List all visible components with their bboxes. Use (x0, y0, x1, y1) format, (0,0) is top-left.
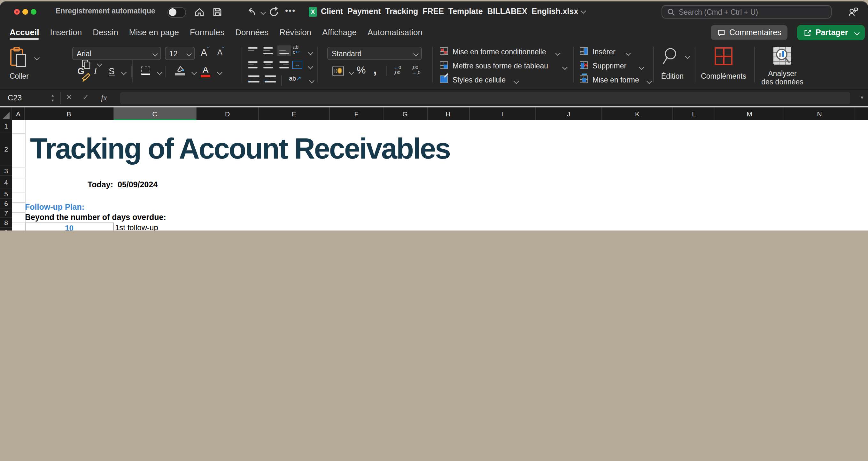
column-header-N[interactable]: N (784, 107, 855, 120)
paste-label[interactable]: Coller (4, 72, 34, 80)
fullscreen-window-button[interactable] (31, 9, 36, 15)
home-icon[interactable] (194, 6, 205, 18)
column-header-A[interactable]: A (12, 107, 25, 120)
wrap-text-icon[interactable]: abc↩ (293, 45, 300, 55)
row-header-4[interactable]: 4 (0, 176, 12, 189)
format-table-icon[interactable] (440, 61, 448, 69)
cancel-icon[interactable]: ✕ (66, 93, 72, 102)
align-right-icon[interactable] (279, 61, 289, 68)
name-box-spinner[interactable]: ▲▼ (50, 93, 56, 103)
insert-button[interactable]: Insérer (592, 48, 616, 56)
name-box[interactable]: C23 (4, 92, 53, 104)
row-header-9[interactable]: 9 (0, 227, 12, 230)
search-input[interactable]: Search (Cmd + Ctrl + U) (661, 5, 832, 19)
cell-styles-button[interactable]: Styles de cellule (453, 76, 505, 84)
tab-données[interactable]: Données (235, 22, 269, 41)
delete-button[interactable]: Supprimer (592, 62, 626, 70)
share-button[interactable]: Partager (797, 25, 865, 40)
align-top-icon[interactable] (248, 47, 257, 54)
orientation-icon[interactable]: ab↗ (289, 75, 301, 82)
format-button[interactable]: Mise en forme (592, 76, 639, 84)
autosave-toggle[interactable] (167, 7, 186, 18)
row-header-1[interactable]: 1 (0, 120, 12, 132)
complements-button[interactable]: Compléments (698, 72, 749, 80)
increase-decimal-icon[interactable]: ←0,00 (394, 65, 401, 75)
analyze-data-icon[interactable] (773, 47, 791, 65)
align-center-icon[interactable] (264, 61, 273, 68)
format-table-button[interactable]: Mettre sous forme de tableau (453, 62, 548, 70)
accounting-format-icon[interactable]: [( (332, 66, 344, 76)
align-left-icon[interactable] (248, 61, 257, 68)
underline-button[interactable]: S (108, 66, 115, 76)
edition-button[interactable]: Édition (656, 72, 689, 80)
column-header-C[interactable]: C (114, 107, 196, 120)
increase-font-icon[interactable]: Aˆ (201, 47, 209, 58)
delete-cells-icon[interactable]: ✕ (580, 61, 588, 69)
followup-days-cell[interactable]: 10 (25, 222, 114, 230)
decrease-font-icon[interactable]: Aˇ (217, 47, 224, 57)
column-header-G[interactable]: G (383, 107, 427, 120)
document-title[interactable]: Client_Payment_Tracking_FREE_Template_BI… (321, 7, 585, 16)
bold-button[interactable]: G (78, 66, 84, 76)
row-header-2[interactable]: 2 (0, 132, 12, 166)
tab-formules[interactable]: Formules (190, 22, 224, 41)
column-header-F[interactable]: F (330, 107, 383, 120)
number-format-select[interactable]: Standard (327, 47, 422, 60)
close-window-button[interactable] (14, 9, 20, 15)
column-header-M[interactable]: M (715, 107, 784, 120)
tab-affichage[interactable]: Affichage (322, 22, 356, 41)
row-header-7[interactable]: 7 (0, 209, 12, 218)
undo-chevron-icon[interactable] (261, 9, 266, 15)
column-header-B[interactable]: B (25, 107, 114, 120)
select-all-corner[interactable] (0, 107, 12, 120)
complements-icon[interactable] (715, 47, 733, 65)
borders-icon[interactable] (141, 66, 150, 75)
cell-styles-icon[interactable] (440, 75, 448, 83)
percent-style-icon[interactable]: % (356, 65, 366, 76)
row-header-6[interactable]: 6 (0, 199, 12, 209)
column-header-E[interactable]: E (259, 107, 330, 120)
insert-cells-icon[interactable]: ← (580, 47, 588, 55)
tab-mise-en-page[interactable]: Mise en page (129, 22, 179, 41)
formula-bar-expand-icon[interactable]: ▼ (860, 95, 864, 100)
font-name-select[interactable]: Arial (72, 47, 161, 60)
column-header-L[interactable]: L (673, 107, 715, 120)
merge-center-icon[interactable]: ↔ (292, 61, 302, 69)
save-icon[interactable] (212, 6, 223, 18)
column-header-H[interactable]: H (427, 107, 469, 120)
more-icon[interactable]: ••• (285, 6, 296, 16)
row-header-3[interactable]: 3 (0, 166, 12, 176)
column-header-J[interactable]: J (536, 107, 602, 120)
align-middle-icon[interactable] (264, 47, 273, 54)
row-header-8[interactable]: 8 (0, 218, 12, 227)
tab-insertion[interactable]: Insertion (50, 22, 82, 41)
analyze-data-label[interactable]: Analyser (757, 70, 808, 78)
decrease-decimal-icon[interactable]: ,00→,0 (412, 65, 421, 75)
redo-icon[interactable] (269, 6, 280, 18)
tab-accueil[interactable]: Accueil (9, 22, 39, 41)
fx-icon[interactable]: fx (101, 93, 107, 103)
sheet-grid[interactable]: Tracking of Account Receivables Today: 0… (12, 120, 868, 230)
edition-magnifier-icon[interactable] (662, 47, 679, 66)
tab-révision[interactable]: Révision (279, 22, 311, 41)
conditional-format-icon[interactable] (440, 47, 448, 55)
column-header-K[interactable]: K (602, 107, 673, 120)
minimize-window-button[interactable] (22, 9, 28, 15)
paste-icon[interactable] (9, 47, 28, 68)
column-header-D[interactable]: D (196, 107, 259, 120)
conditional-format-button[interactable]: Mise en forme conditionnelle (453, 48, 546, 56)
font-color-icon[interactable]: A (201, 65, 210, 77)
undo-icon[interactable] (246, 6, 257, 18)
italic-button[interactable]: I (94, 66, 97, 76)
comments-button[interactable]: Commentaires (711, 25, 788, 40)
enter-icon[interactable]: ✓ (83, 93, 89, 102)
tab-dessin[interactable]: Dessin (93, 22, 118, 41)
fill-color-icon[interactable] (175, 66, 185, 75)
people-icon[interactable] (847, 6, 859, 17)
row-header-5[interactable]: 5 (0, 189, 12, 199)
align-bottom-icon[interactable] (279, 47, 289, 54)
tab-automatisation[interactable]: Automatisation (368, 22, 423, 41)
column-header-I[interactable]: I (469, 107, 536, 120)
comma-style-icon[interactable]: , (373, 62, 377, 77)
format-cells-icon[interactable] (580, 75, 588, 83)
